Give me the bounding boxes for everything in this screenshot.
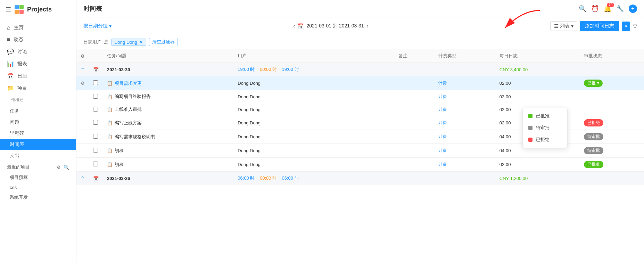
view-toggle-button[interactable]: ☰ 列表 ▾ (550, 21, 577, 31)
date-range-label: 2021-03-01 到 2021-03-31 (306, 23, 364, 29)
approval-status-badge[interactable]: 已拒绝 (584, 119, 603, 126)
approval-status-badge[interactable]: 已批 ▾ (584, 80, 602, 87)
add-time-log-button[interactable]: 添加时间日志 (580, 21, 619, 31)
task-name: 编写需求规格说明书 (115, 134, 155, 140)
task-name: 上线准入审批 (115, 106, 142, 113)
filter-icon[interactable]: ▽ (633, 23, 637, 30)
filter-prefix: 日志用户: 是 (83, 39, 108, 45)
sidebar-item-report-label: 报表 (17, 61, 27, 67)
charge-type-cell: 计费 (438, 120, 447, 125)
user-cell: Dong Dong (233, 103, 394, 116)
filter-tag-remove-icon[interactable]: ✕ (139, 40, 143, 45)
row-checkbox[interactable] (93, 107, 98, 112)
date-picker-icon[interactable]: 📅 (298, 23, 304, 29)
task-name: 初稿 (115, 148, 124, 154)
recent-item-sys-dev[interactable]: 系统开发 (7, 192, 69, 203)
add-time-log-label: 添加时间日志 (585, 23, 614, 29)
task-name[interactable]: 项目需求变更 (115, 80, 142, 87)
sidebar-recent: 最近的项目 ⚙ 🔍 项目预算 ces 系统开发 (0, 161, 76, 205)
approval-status-badge[interactable]: 已批准 (584, 161, 603, 168)
add-global-icon[interactable]: + (629, 5, 637, 13)
th-checkbox (89, 49, 103, 63)
svg-rect-1 (19, 5, 24, 9)
group-time1: 19:00 时 (238, 67, 255, 72)
sidebar: ☰ Projects ⌂ 主页 ≡ 动态 💬 讨论 📊 报表 📅 日历 (0, 0, 76, 263)
column-settings-icon[interactable]: ⚙ (81, 54, 85, 59)
sidebar-item-timesheet[interactable]: 时间表 (0, 139, 76, 150)
menu-toggle-icon[interactable]: ☰ (6, 6, 11, 13)
view-label: 列表 (560, 23, 570, 29)
recent-label: 最近的项目 (7, 164, 30, 170)
row-checkbox[interactable] (93, 162, 98, 166)
row-checkbox[interactable] (93, 134, 98, 139)
task-name: 编写项目终验报告 (115, 93, 151, 100)
sidebar-item-tasks[interactable]: 任务 (0, 106, 76, 117)
charge-type-cell: 计费 (438, 94, 447, 99)
approval-status-badge[interactable]: 待审批 (584, 133, 603, 140)
sidebar-item-project-label: 项目 (17, 85, 27, 91)
add-time-log-dropdown-button[interactable]: ▾ (622, 22, 630, 31)
sidebar-item-calendar[interactable]: 📅 日历 (0, 70, 76, 82)
approval-dropdown-menu: 已批准 待审批 已拒绝 (522, 108, 568, 148)
dropdown-item-rejected[interactable]: 已拒绝 (523, 134, 567, 146)
settings-icon[interactable]: 🔧 (616, 5, 624, 13)
sidebar-item-project[interactable]: 📁 项目 (0, 82, 76, 94)
clock-icon[interactable]: ⏰ (591, 5, 599, 13)
sidebar-item-home-label: 主页 (14, 25, 24, 31)
dropdown-item-approved[interactable]: 已批准 (523, 110, 567, 122)
sidebar-item-home[interactable]: ⌂ 主页 (0, 22, 76, 34)
dropdown-item-pending[interactable]: 待审批 (523, 122, 567, 134)
recent-item-ces[interactable]: ces (7, 183, 69, 192)
search-recent-icon[interactable]: 🔍 (64, 165, 69, 170)
charge-type-cell: 计费 (438, 134, 447, 139)
filter-tag-value: Dong Dong (114, 40, 137, 45)
collapse-icon-2[interactable]: ⌃ (81, 176, 84, 181)
rejected-dot-icon (528, 138, 532, 142)
group-by-chevron-icon: ▾ (109, 23, 112, 29)
group-amount: CNY 3,400.00 (499, 67, 528, 72)
row-checkbox[interactable] (93, 80, 98, 85)
sidebar-item-discussion[interactable]: 💬 讨论 (0, 46, 76, 58)
filter-recent-icon[interactable]: ⚙ (57, 165, 61, 170)
th-settings: ⚙ (76, 49, 89, 63)
row-checkbox[interactable] (93, 94, 98, 99)
user-cell: Dong Dong (233, 116, 394, 130)
svg-rect-2 (15, 10, 19, 14)
prev-date-button[interactable]: ‹ (293, 23, 295, 29)
user-cell: Dong Dong (233, 130, 394, 144)
sidebar-item-milestones[interactable]: 里程碑 (0, 128, 76, 139)
search-icon[interactable]: 🔍 (579, 5, 586, 13)
sidebar-item-issues[interactable]: 问题 (0, 117, 76, 128)
group2-amount: CNY 1,200.00 (499, 176, 528, 181)
page-title: 时间表 (83, 5, 102, 13)
approval-status-badge[interactable]: 待审批 (584, 147, 603, 154)
group-by-button[interactable]: 按日期分组 ▾ (83, 23, 112, 29)
group-date-label-2: 2021-03-26 (103, 172, 233, 185)
task-icon: 📋 (107, 94, 113, 99)
collapse-icon[interactable]: ⌃ (81, 67, 84, 72)
report-icon: 📊 (7, 60, 14, 67)
clear-filter-button[interactable]: 清空过滤器 (149, 38, 178, 46)
task-icon: 📋 (107, 162, 113, 167)
next-date-button[interactable]: › (367, 23, 369, 29)
sidebar-item-expenses[interactable]: 支出 (0, 150, 76, 161)
row-checkbox[interactable] (93, 120, 98, 125)
calendar-nav-icon: 📅 (7, 73, 14, 79)
dropdown-approved-label: 已批准 (536, 113, 550, 119)
sidebar-item-activity[interactable]: ≡ 动态 (0, 34, 76, 46)
tasks-label: 任务 (10, 108, 19, 114)
charge-type-cell: 计费 (438, 162, 447, 167)
sidebar-item-report[interactable]: 📊 报表 (0, 58, 76, 70)
daily-log-cell: 02:00 (495, 76, 580, 90)
th-charge-type: 计费类型 (434, 49, 495, 63)
row-settings-icon[interactable]: ⚙ (81, 81, 85, 86)
pending-dot-icon (528, 126, 532, 130)
row-checkbox[interactable] (93, 148, 98, 153)
group-row-march30: ⌃ 📅 2021-03-30 19:00 时 00:00 时 19:00 时 (76, 63, 644, 76)
project-icon: 📁 (7, 85, 14, 91)
bell-icon[interactable]: 🔔 70 (604, 5, 611, 13)
toolbar: 按日期分组 ▾ ‹ 📅 2021-03-01 到 2021-03-31 › ☰ … (76, 17, 644, 35)
filter-bar: 日志用户: 是 Dong Dong ✕ 清空过滤器 (76, 35, 644, 49)
recent-item-proj-budget[interactable]: 项目预算 (7, 172, 69, 183)
task-icon: 📋 (107, 81, 113, 86)
